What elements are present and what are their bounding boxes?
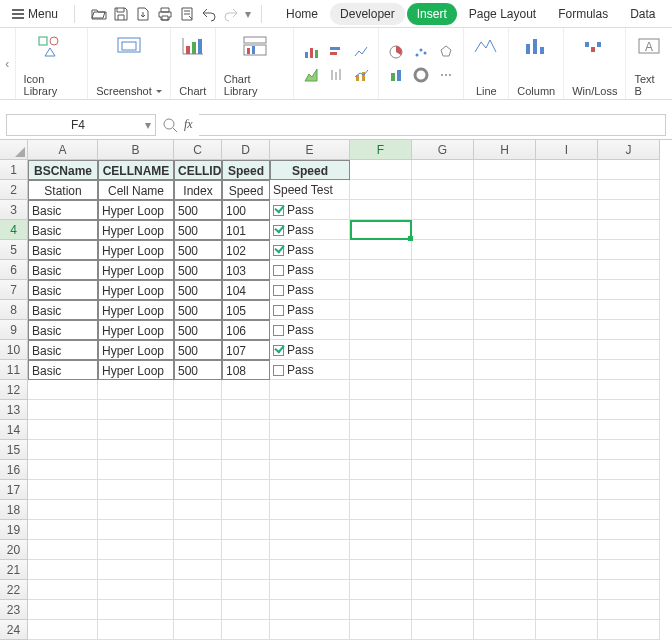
- cell[interactable]: [598, 180, 660, 200]
- cell[interactable]: Pass: [270, 220, 350, 240]
- cell[interactable]: [98, 460, 174, 480]
- cell[interactable]: [222, 500, 270, 520]
- cell[interactable]: [270, 380, 350, 400]
- sparkline-column-button[interactable]: Column: [509, 28, 564, 99]
- cell[interactable]: Pass: [270, 240, 350, 260]
- cell[interactable]: [474, 160, 536, 180]
- cell[interactable]: [474, 360, 536, 380]
- select-all-corner[interactable]: [0, 140, 28, 160]
- cell[interactable]: [350, 200, 412, 220]
- redo-icon[interactable]: [223, 6, 239, 22]
- cell[interactable]: Basic: [28, 220, 98, 240]
- sparkline-winloss-button[interactable]: Win/Loss: [564, 28, 626, 99]
- row-header-22[interactable]: 22: [0, 580, 28, 600]
- cell[interactable]: [98, 580, 174, 600]
- cell[interactable]: [350, 500, 412, 520]
- cell[interactable]: [222, 480, 270, 500]
- scatter-chart-icon[interactable]: [410, 42, 432, 62]
- cell[interactable]: 500: [174, 300, 222, 320]
- tab-page-layout[interactable]: Page Layout: [459, 3, 546, 25]
- cell[interactable]: [598, 240, 660, 260]
- row-header-8[interactable]: 8: [0, 300, 28, 320]
- screenshot-button[interactable]: Screenshot: [88, 28, 171, 99]
- cell[interactable]: Pass: [270, 200, 350, 220]
- cell[interactable]: [98, 560, 174, 580]
- cell[interactable]: [598, 320, 660, 340]
- cell[interactable]: [474, 440, 536, 460]
- col-header-E[interactable]: E: [270, 140, 350, 160]
- cell[interactable]: [28, 460, 98, 480]
- cell[interactable]: [536, 300, 598, 320]
- cell[interactable]: Pass: [270, 360, 350, 380]
- cell[interactable]: [98, 520, 174, 540]
- cell[interactable]: [350, 600, 412, 620]
- cell[interactable]: Pass: [270, 320, 350, 340]
- col-header-C[interactable]: C: [174, 140, 222, 160]
- save-icon[interactable]: [113, 6, 129, 22]
- cell[interactable]: [174, 560, 222, 580]
- cell[interactable]: [98, 380, 174, 400]
- cell[interactable]: Cell Name: [98, 180, 174, 200]
- checkbox-icon[interactable]: [273, 225, 284, 236]
- cell[interactable]: 500: [174, 320, 222, 340]
- cell[interactable]: [350, 160, 412, 180]
- tab-formulas[interactable]: Formulas: [548, 3, 618, 25]
- cell[interactable]: [174, 540, 222, 560]
- name-box[interactable]: F4 ▾: [6, 114, 156, 136]
- cell[interactable]: [28, 480, 98, 500]
- cell[interactable]: [598, 440, 660, 460]
- cell[interactable]: [222, 460, 270, 480]
- cell[interactable]: [412, 340, 474, 360]
- cell[interactable]: [350, 540, 412, 560]
- cell[interactable]: Basic: [28, 340, 98, 360]
- cell[interactable]: Basic: [28, 320, 98, 340]
- cell[interactable]: [28, 520, 98, 540]
- col-header-B[interactable]: B: [98, 140, 174, 160]
- cell[interactable]: [474, 280, 536, 300]
- row-header-9[interactable]: 9: [0, 320, 28, 340]
- cell[interactable]: [412, 240, 474, 260]
- cell[interactable]: [412, 260, 474, 280]
- cell[interactable]: 102: [222, 240, 270, 260]
- cell[interactable]: 500: [174, 220, 222, 240]
- checkbox-icon[interactable]: [273, 325, 284, 336]
- cell[interactable]: [28, 560, 98, 580]
- cell[interactable]: [174, 580, 222, 600]
- cell[interactable]: [28, 420, 98, 440]
- cell[interactable]: [598, 360, 660, 380]
- cell[interactable]: [174, 440, 222, 460]
- cell[interactable]: [474, 220, 536, 240]
- cell[interactable]: [474, 560, 536, 580]
- cell[interactable]: [536, 240, 598, 260]
- cell[interactable]: [536, 260, 598, 280]
- cell[interactable]: Basic: [28, 360, 98, 380]
- cell[interactable]: [412, 580, 474, 600]
- cell[interactable]: [412, 460, 474, 480]
- cell[interactable]: [536, 560, 598, 580]
- row-header-1[interactable]: 1: [0, 160, 28, 180]
- cell[interactable]: [174, 460, 222, 480]
- cell[interactable]: [350, 460, 412, 480]
- cell[interactable]: [474, 460, 536, 480]
- cell[interactable]: [598, 560, 660, 580]
- cell[interactable]: Hyper Loop: [98, 340, 174, 360]
- cell[interactable]: Basic: [28, 200, 98, 220]
- cell[interactable]: Hyper Loop: [98, 240, 174, 260]
- row-header-15[interactable]: 15: [0, 440, 28, 460]
- cell[interactable]: [536, 220, 598, 240]
- cell[interactable]: [350, 520, 412, 540]
- cell[interactable]: [598, 340, 660, 360]
- row-header-16[interactable]: 16: [0, 460, 28, 480]
- area-chart-icon[interactable]: [300, 65, 322, 85]
- cell[interactable]: [350, 300, 412, 320]
- cell[interactable]: [474, 180, 536, 200]
- cell[interactable]: [98, 540, 174, 560]
- cell[interactable]: [598, 160, 660, 180]
- cell[interactable]: [412, 300, 474, 320]
- row-header-21[interactable]: 21: [0, 560, 28, 580]
- cell[interactable]: [474, 420, 536, 440]
- cell[interactable]: [270, 420, 350, 440]
- cell[interactable]: [536, 540, 598, 560]
- cell[interactable]: Hyper Loop: [98, 360, 174, 380]
- cell[interactable]: [474, 340, 536, 360]
